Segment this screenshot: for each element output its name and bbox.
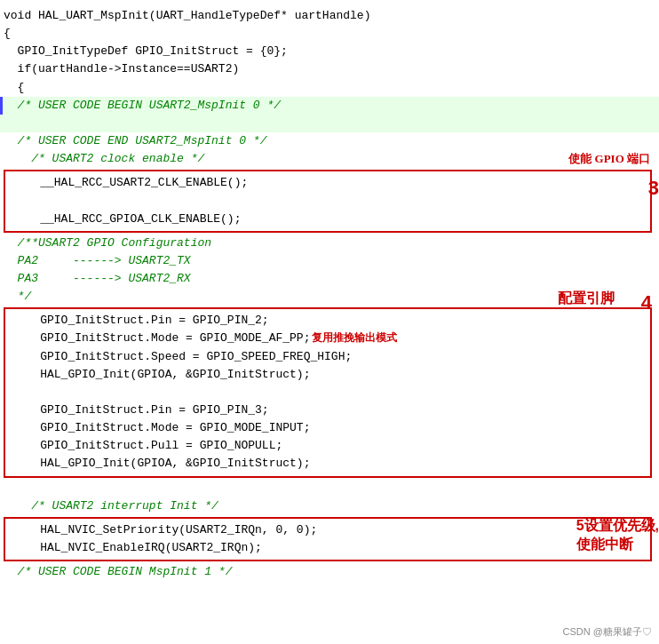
code-text: HAL_GPIO_Init(GPIOA, &GPIO_InitStruct); bbox=[12, 366, 310, 384]
code-text: */ bbox=[4, 288, 31, 306]
number-3-annotation: 3 bbox=[648, 173, 659, 203]
code-text: /* USER CODE END USART2_MspInit 0 */ bbox=[4, 132, 266, 150]
code-text: GPIO_InitStruct.Pull = GPIO_NOPULL; bbox=[12, 437, 282, 455]
code-line-21 bbox=[9, 384, 647, 402]
code-line-5: { bbox=[0, 79, 659, 97]
code-line-17: GPIO_InitStruct.Pin = GPIO_PIN_2; bbox=[9, 312, 647, 330]
enable-annotation: 使能中断 bbox=[576, 536, 633, 554]
code-text: HAL_NVIC_SetPriority(USART2_IRQn, 0, 0); bbox=[12, 521, 317, 539]
clk-enable-border: __HAL_RCC_USART2_CLK_ENABLE(); __HAL_RCC… bbox=[4, 170, 652, 232]
code-line-12: __HAL_RCC_GPIOA_CLK_ENABLE(); bbox=[9, 211, 647, 228]
code-text: /* USER CODE BEGIN USART2_MspInit 0 */ bbox=[4, 97, 281, 115]
priority-annotation: 5设置优先级, bbox=[576, 517, 659, 536]
code-text bbox=[12, 384, 20, 402]
code-text: __HAL_RCC_GPIOA_CLK_ENABLE(); bbox=[12, 211, 241, 228]
code-line-27: /* USART2 interrupt Init */ bbox=[0, 497, 659, 515]
code-line-24: GPIO_InitStruct.Pull = GPIO_NOPULL; bbox=[9, 437, 647, 455]
code-line-14: PA2 ------> USART2_TX bbox=[0, 252, 659, 270]
code-line-20: HAL_GPIO_Init(GPIOA, &GPIO_InitStruct); bbox=[9, 366, 647, 384]
code-line-15: PA3 ------> USART2_RX bbox=[0, 270, 659, 288]
code-text: HAL_GPIO_Init(GPIOA, &GPIO_InitStruct); bbox=[12, 455, 310, 473]
fuyong-annotation: 复用推挽输出模式 bbox=[312, 330, 397, 346]
code-text: { bbox=[4, 79, 24, 97]
gpio-init-border: GPIO_InitStruct.Pin = GPIO_PIN_2; GPIO_I… bbox=[4, 307, 652, 477]
code-line-7 bbox=[0, 115, 659, 132]
code-text: GPIO_InitStruct.Pin = GPIO_PIN_2; bbox=[12, 312, 269, 330]
code-text bbox=[4, 480, 11, 497]
nvic-annotation-block: 5设置优先级, 使能中断 bbox=[576, 517, 659, 554]
code-line-29: HAL_NVIC_EnableIRQ(USART2_IRQn); bbox=[9, 539, 647, 557]
nvic-box: HAL_NVIC_SetPriority(USART2_IRQn, 0, 0);… bbox=[4, 517, 652, 561]
code-text: /* USART2 interrupt Init */ bbox=[4, 497, 218, 515]
nvic-border: HAL_NVIC_SetPriority(USART2_IRQn, 0, 0);… bbox=[4, 517, 652, 561]
gpio-annotation: 使能 GPIO 端口 bbox=[568, 150, 650, 168]
code-text: __HAL_RCC_USART2_CLK_ENABLE(); bbox=[12, 174, 248, 192]
code-text: /* USART2 clock enable */ bbox=[4, 150, 204, 168]
code-line-30: /* USER CODE BEGIN MspInit 1 */ bbox=[0, 563, 659, 581]
code-line-9: /* USART2 clock enable */ 使能 GPIO 端口 bbox=[0, 150, 659, 168]
code-text: GPIO_InitStruct.Mode = GPIO_MODE_AF_PP; bbox=[12, 330, 310, 347]
code-line-16: */ 配置引脚 4 bbox=[0, 288, 659, 306]
code-line-10: __HAL_RCC_USART2_CLK_ENABLE(); bbox=[9, 174, 647, 192]
code-line-11 bbox=[9, 192, 647, 210]
code-line-3: GPIO_InitTypeDef GPIO_InitStruct = {0}; bbox=[0, 43, 659, 60]
clk-enable-box: __HAL_RCC_USART2_CLK_ENABLE(); __HAL_RCC… bbox=[4, 170, 652, 232]
code-text: GPIO_InitStruct.Speed = GPIO_SPEED_FREQ_… bbox=[12, 348, 352, 366]
code-text: GPIO_InitTypeDef GPIO_InitStruct = {0}; bbox=[4, 43, 288, 60]
code-line-8: /* USER CODE END USART2_MspInit 0 */ bbox=[0, 132, 659, 150]
code-container: void HAL_UART_MspInit(UART_HandleTypeDef… bbox=[0, 0, 659, 588]
code-line-25: HAL_GPIO_Init(GPIOA, &GPIO_InitStruct); bbox=[9, 455, 647, 473]
code-text: { bbox=[4, 25, 11, 43]
code-text bbox=[4, 115, 11, 132]
code-line-1: void HAL_UART_MspInit(UART_HandleTypeDef… bbox=[0, 7, 659, 25]
code-line-26 bbox=[0, 480, 659, 497]
code-text: PA2 ------> USART2_TX bbox=[4, 252, 191, 270]
watermark: CSDN @糖果罐子♡ bbox=[563, 625, 652, 639]
code-text: PA3 ------> USART2_RX bbox=[4, 270, 191, 288]
code-line-2: { bbox=[0, 25, 659, 43]
code-text bbox=[12, 192, 20, 210]
code-text: /**USART2 GPIO Configuration bbox=[4, 235, 211, 252]
code-text: HAL_NVIC_EnableIRQ(USART2_IRQn); bbox=[12, 539, 262, 557]
code-text: /* USER CODE BEGIN MspInit 1 */ bbox=[4, 563, 232, 581]
code-line-19: GPIO_InitStruct.Speed = GPIO_SPEED_FREQ_… bbox=[9, 348, 647, 366]
code-line-18: GPIO_InitStruct.Mode = GPIO_MODE_AF_PP; … bbox=[9, 330, 647, 347]
code-text: GPIO_InitStruct.Mode = GPIO_MODE_INPUT; bbox=[12, 419, 310, 437]
code-text: if(uartHandle->Instance==USART2) bbox=[4, 60, 239, 78]
code-text: GPIO_InitStruct.Pin = GPIO_PIN_3; bbox=[12, 402, 269, 419]
code-line-28: HAL_NVIC_SetPriority(USART2_IRQn, 0, 0); bbox=[9, 521, 647, 539]
peijiao-annotation: 配置引脚 bbox=[558, 288, 615, 310]
code-line-23: GPIO_InitStruct.Mode = GPIO_MODE_INPUT; bbox=[9, 419, 647, 437]
code-text: void HAL_UART_MspInit(UART_HandleTypeDef… bbox=[4, 7, 370, 25]
code-line-4: if(uartHandle->Instance==USART2) bbox=[0, 60, 659, 78]
code-line-22: GPIO_InitStruct.Pin = GPIO_PIN_3; bbox=[9, 402, 647, 419]
gpio-init-box: GPIO_InitStruct.Pin = GPIO_PIN_2; GPIO_I… bbox=[4, 307, 652, 477]
code-line-13: /**USART2 GPIO Configuration bbox=[0, 235, 659, 252]
code-line-6: /* USER CODE BEGIN USART2_MspInit 0 */ bbox=[0, 97, 659, 115]
